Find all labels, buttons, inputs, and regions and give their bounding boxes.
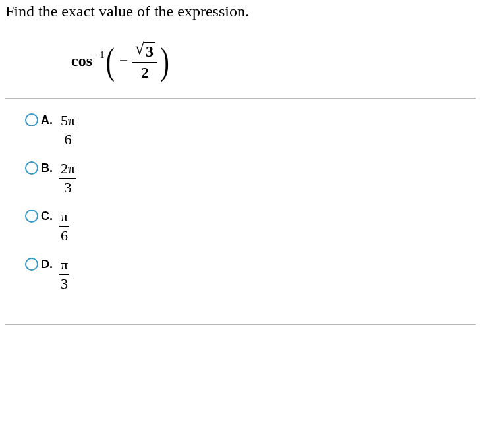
choice-c[interactable]: C. π 6 <box>25 208 476 244</box>
sqrt: √ 3 <box>135 40 155 61</box>
radio-icon[interactable] <box>25 210 38 223</box>
right-paren: ) <box>161 43 169 80</box>
func-cos: cos− 1 <box>71 52 104 70</box>
question-text: Find the exact value of the expression. <box>5 3 476 20</box>
choice-d[interactable]: D. π 3 <box>25 256 476 293</box>
numerator: √ 3 <box>132 40 157 63</box>
choice-label: A. <box>41 113 59 127</box>
choice-value: 2π 3 <box>59 160 76 196</box>
choice-b[interactable]: B. 2π 3 <box>25 160 476 196</box>
denominator: 2 <box>141 63 149 82</box>
radio-icon[interactable] <box>25 161 38 175</box>
expression: cos− 1 ( − √ 3 2 ) <box>71 40 476 82</box>
divider-bottom <box>5 324 476 325</box>
radio-icon[interactable] <box>25 258 38 271</box>
choice-den: 3 <box>61 275 68 293</box>
choice-a[interactable]: A. 5π 6 <box>25 112 476 148</box>
choice-label: D. <box>41 258 59 271</box>
radio-icon[interactable] <box>25 113 38 126</box>
superscript: − 1 <box>92 50 104 60</box>
choice-label: C. <box>41 210 59 223</box>
choice-den: 6 <box>61 227 68 244</box>
choice-num: 5π <box>59 112 76 130</box>
choices: A. 5π 6 B. 2π 3 C. π 6 D. π 3 <box>5 99 476 324</box>
choice-value: 5π 6 <box>59 112 76 148</box>
minus-sign: − <box>119 52 128 70</box>
choice-den: 3 <box>65 179 72 196</box>
choice-num: π <box>59 208 69 227</box>
choice-value: π 3 <box>59 256 69 293</box>
choice-num: 2π <box>59 160 76 179</box>
fraction: √ 3 2 <box>132 40 157 82</box>
sqrt-sign: √ <box>135 40 144 57</box>
left-paren: ( <box>106 43 115 80</box>
sqrt-content: 3 <box>144 42 155 61</box>
choice-den: 6 <box>65 130 72 148</box>
choice-num: π <box>59 256 69 275</box>
choice-value: π 6 <box>59 208 69 244</box>
choice-label: B. <box>41 161 59 175</box>
